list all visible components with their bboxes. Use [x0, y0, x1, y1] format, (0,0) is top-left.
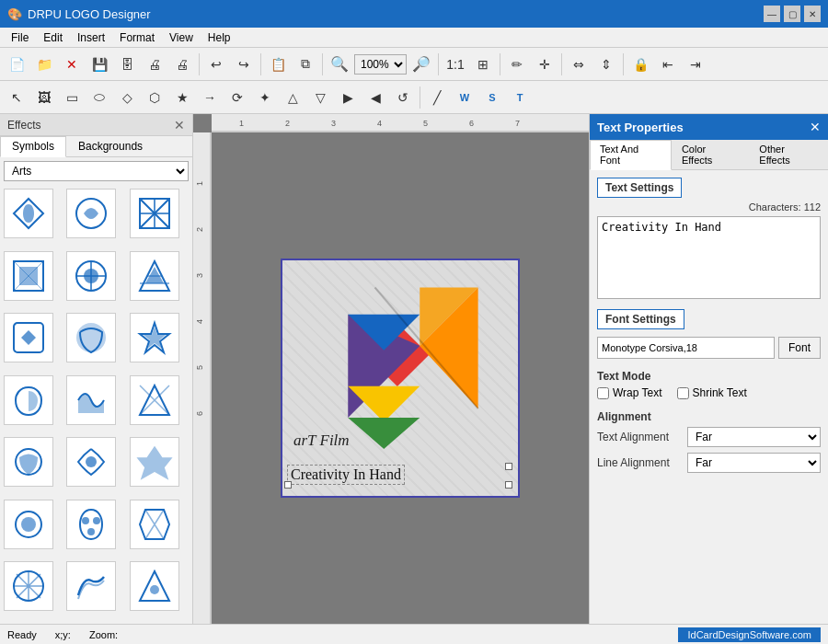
menu-help[interactable]: Help: [201, 29, 238, 46]
properties-close-button[interactable]: ✕: [810, 120, 821, 134]
font-input[interactable]: [597, 337, 775, 359]
fit-button[interactable]: 1:1: [443, 52, 468, 77]
symbol-item[interactable]: [130, 375, 179, 425]
properties-tabs: Text And Font Color Effects Other Effect…: [590, 140, 828, 170]
status-zoom: Zoom:: [89, 629, 118, 640]
text-settings-header: Text Settings: [597, 178, 682, 198]
menu-format[interactable]: Format: [112, 29, 162, 46]
line-tool[interactable]: ╱: [424, 85, 450, 110]
tab-color-effects[interactable]: Color Effects: [672, 140, 749, 169]
ellipse-tool[interactable]: ⬭: [86, 85, 112, 110]
menu-insert[interactable]: Insert: [70, 29, 112, 46]
star-tool[interactable]: ★: [169, 85, 195, 110]
symbol-item[interactable]: [66, 437, 116, 487]
rect-tool[interactable]: ▭: [59, 85, 85, 110]
symbol-item[interactable]: [66, 500, 116, 549]
symbol-item[interactable]: [130, 251, 179, 301]
symbol-item[interactable]: [4, 189, 53, 238]
triangle-tool[interactable]: △: [280, 85, 305, 110]
symbol-item[interactable]: [4, 313, 53, 362]
menu-file[interactable]: File: [4, 29, 36, 46]
symbol-item[interactable]: [66, 375, 116, 425]
symbol-item[interactable]: [130, 437, 179, 487]
close-button[interactable]: ✕: [804, 6, 821, 22]
tab-backgrounds[interactable]: Backgrounds: [66, 136, 155, 156]
move-button[interactable]: ✛: [532, 52, 558, 77]
save-button[interactable]: 💾: [86, 52, 112, 77]
shrink-text-input[interactable]: [677, 387, 689, 399]
design-canvas[interactable]: arT Film Creativity In Hand: [281, 259, 520, 498]
text-tool[interactable]: T: [507, 85, 533, 110]
align-left-button[interactable]: ⇤: [655, 52, 681, 77]
print-preview-button[interactable]: 🖨: [142, 52, 167, 77]
symbol-item[interactable]: [4, 500, 53, 549]
effects-dropdown[interactable]: Arts Animals Borders Business Education …: [4, 161, 189, 181]
symbol-item[interactable]: [4, 375, 53, 425]
arrow-tool[interactable]: →: [197, 85, 223, 110]
symbols-grid: [0, 185, 192, 624]
redo-button[interactable]: ↪: [231, 52, 257, 77]
symbol-item[interactable]: [130, 500, 179, 549]
wrap-text-checkbox[interactable]: Wrap Text: [597, 386, 662, 399]
svg-marker-39: [348, 418, 420, 449]
shrink-text-checkbox[interactable]: Shrink Text: [677, 386, 747, 399]
canvas-image[interactable]: arT Film Creativity In Hand: [281, 259, 520, 498]
category-select[interactable]: Arts Animals Borders Business Education …: [4, 161, 189, 181]
image-tool[interactable]: 🖼: [31, 85, 57, 110]
maximize-button[interactable]: ▢: [784, 6, 800, 22]
wordart-tool[interactable]: W: [452, 85, 477, 110]
custom1-tool[interactable]: ⟳: [224, 85, 250, 110]
arrow-left-tool[interactable]: ◀: [362, 85, 388, 110]
print-button[interactable]: 🖨: [169, 52, 195, 77]
new-button[interactable]: 📄: [4, 52, 29, 77]
tab-symbols[interactable]: Symbols: [0, 136, 66, 157]
symbol-item[interactable]: [130, 561, 179, 611]
text-input[interactable]: Creativity In Hand: [597, 216, 821, 299]
symbol-item[interactable]: [66, 561, 116, 611]
symbol-item[interactable]: [66, 251, 116, 301]
flip-h-button[interactable]: ⇔: [566, 52, 592, 77]
minimize-button[interactable]: —: [764, 6, 780, 22]
zoom-in-button[interactable]: 🔍: [327, 52, 352, 77]
canvas-text2[interactable]: Creativity In Hand: [287, 465, 405, 485]
align-right-button[interactable]: ⇥: [683, 52, 708, 77]
wrap-text-input[interactable]: [597, 387, 609, 399]
undo-button[interactable]: ↩: [203, 52, 229, 77]
tab-text-and-font[interactable]: Text And Font: [590, 140, 672, 170]
menu-view[interactable]: View: [162, 29, 201, 46]
select-tool[interactable]: ↖: [4, 85, 29, 110]
symbol-item[interactable]: [4, 437, 53, 487]
menu-edit[interactable]: Edit: [36, 29, 70, 46]
custom2-tool[interactable]: ✦: [252, 85, 278, 110]
symbol-item[interactable]: [130, 189, 179, 238]
svg-text:2: 2: [195, 227, 204, 232]
open-button[interactable]: 📁: [31, 52, 57, 77]
symbol-item[interactable]: [130, 313, 179, 362]
symbol-item[interactable]: [66, 313, 116, 362]
flip-v-button[interactable]: ⇕: [593, 52, 619, 77]
symbol-item[interactable]: [4, 251, 53, 301]
lock-button[interactable]: 🔒: [627, 52, 653, 77]
symbol-item[interactable]: [4, 561, 53, 611]
save-as-button[interactable]: 🗄: [114, 52, 140, 77]
text-alignment-select[interactable]: Near Center Far: [687, 427, 821, 447]
svg-text:7: 7: [515, 119, 520, 128]
copy-button[interactable]: ⧉: [293, 52, 318, 77]
hexagon-tool[interactable]: ⬡: [142, 85, 167, 110]
diamond-tool[interactable]: ◇: [114, 85, 140, 110]
zoom-select[interactable]: 100% 50% 150% 200%: [354, 54, 407, 75]
edit-mode-button[interactable]: ✏: [504, 52, 530, 77]
curve-tool[interactable]: ↺: [390, 85, 416, 110]
arrow-right-tool[interactable]: ▶: [335, 85, 361, 110]
line-alignment-select[interactable]: Near Center Far: [687, 453, 821, 473]
font-button[interactable]: Font: [778, 337, 821, 359]
symbol-item[interactable]: [66, 189, 116, 238]
zoom-out-button[interactable]: 🔎: [408, 52, 434, 77]
tab-other-effects[interactable]: Other Effects: [749, 140, 828, 169]
effects-close-button[interactable]: ✕: [174, 118, 185, 132]
triangle2-tool[interactable]: ▽: [307, 85, 333, 110]
symbol-tool[interactable]: S: [479, 85, 505, 110]
grid-button[interactable]: ⊞: [470, 52, 496, 77]
paste-button[interactable]: 📋: [265, 52, 291, 77]
close-file-button[interactable]: ✕: [59, 52, 85, 77]
